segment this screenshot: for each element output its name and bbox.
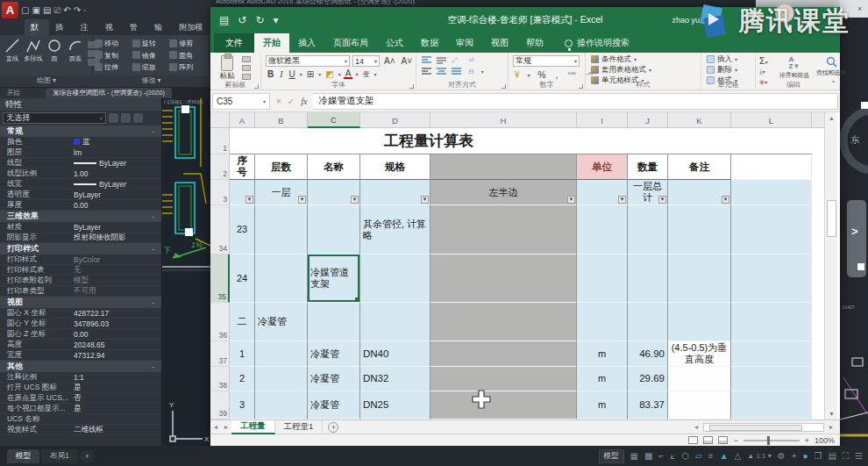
row-header-2[interactable]: 2 [210,154,230,180]
property-value[interactable]: 0.00 [74,201,161,210]
clipboard-icon[interactable]: ▤ [829,451,836,461]
column-header-C[interactable]: C [308,112,360,128]
sheet-prev-icon[interactable]: ◂ [210,423,221,431]
cell-C37[interactable]: 冷凝管 [308,341,360,367]
cell-L34[interactable] [731,205,812,255]
number-format-select[interactable]: 常规▾ [513,55,580,67]
qat-dropdown-icon[interactable]: ▾ [83,3,86,18]
cell-I34[interactable] [577,205,628,255]
cell-B2[interactable]: 层数 [255,154,308,180]
modify-tool-5[interactable]: 镜像 [132,51,170,61]
property-row[interactable]: 打印样式ByColor [0,255,161,265]
column-header-B[interactable]: B [255,112,308,128]
toggle-pickadd-icon[interactable] [109,113,118,123]
cut-icon[interactable] [242,56,251,62]
cell-K36[interactable] [668,303,731,341]
property-value[interactable]: ByLayer [74,223,161,232]
palette-section-1[interactable]: 常规- [0,125,161,137]
cell-H39[interactable] [430,391,577,419]
align-middle-icon[interactable] [437,56,446,64]
modify-tool-1[interactable]: 移动 [95,39,132,48]
search-hint[interactable]: 操作说明搜索 [565,37,630,53]
font-color-icon[interactable]: A [344,69,353,79]
cell-D37[interactable]: DN40 [360,341,430,367]
copy-icon[interactable] [242,65,251,71]
borders-icon[interactable]: ⊞ [305,69,316,79]
cell-B36[interactable]: 冷凝管 [255,303,308,341]
property-value[interactable]: 否 [74,393,161,404]
collapse-ribbon-icon[interactable]: ⌃ [830,80,836,88]
property-row[interactable]: 宽度47312.94 [0,350,161,361]
palette-section-2[interactable]: 三维效果- [0,211,161,222]
draw-tool-2[interactable]: 多段线 [23,38,44,63]
property-row[interactable]: 视觉样式二维线框 [0,425,161,435]
column-header-D[interactable]: D [360,112,430,128]
cell-L3[interactable] [731,180,812,205]
annotation-scale-icon[interactable]: ▲ 1:1 ▾ [747,452,772,460]
property-row[interactable]: 厚度0.00 [0,200,161,211]
cell-I38[interactable]: m [577,367,628,391]
property-value[interactable]: 1:1 [74,373,161,382]
select-objects-icon[interactable] [121,113,131,123]
column-header-J[interactable]: J [628,112,668,128]
cell-C3[interactable]: ▼ [308,180,360,205]
sheet-tab-1[interactable]: 工程量 [231,420,275,434]
cell-A36[interactable]: 二 [230,303,255,341]
property-value[interactable]: 0.00 [74,330,161,339]
fullscreen-icon[interactable]: ⛶ [843,451,849,462]
quick-select-icon[interactable] [133,113,143,123]
page-layout-view-icon[interactable] [703,436,713,444]
cell-H38[interactable] [430,367,577,391]
property-row[interactable]: 注释比例1:1 [0,372,161,383]
property-row[interactable]: 线宽ByLayer [0,179,161,190]
property-row[interactable]: 圆心 Y 坐标347896.03 [0,319,161,329]
property-row[interactable]: 圆心 Z 坐标0.00 [0,329,161,340]
property-value[interactable]: 蓝 [74,137,161,147]
filter-dropdown-icon[interactable]: ▼ [298,196,306,204]
underline-button[interactable]: U [288,69,297,79]
align-center-icon[interactable] [437,68,446,75]
cell-K39[interactable] [668,391,731,419]
font-size-select[interactable]: 14▾ [352,55,380,67]
dialog-launcher-icon[interactable] [409,84,414,89]
acad-tab-5[interactable]: 管理 [124,19,148,35]
cell-H36[interactable] [430,303,577,341]
cell-A3[interactable]: ▼ [230,180,255,205]
cell-C35[interactable]: 冷媒管道支架 [308,255,360,303]
file-tab-drawing[interactable]: 某综合楼空调图纸 - (空调更改) -(2020) [46,88,172,98]
column-header-I[interactable]: I [577,112,628,128]
filter-dropdown-icon[interactable]: ▼ [618,196,626,204]
scroll-down-icon[interactable]: ▼ [825,408,838,419]
new-file-icon[interactable]: ▢ [21,3,29,18]
scroll-up-icon[interactable]: ▲ [825,112,838,124]
collapse-icon[interactable]: - [152,298,154,307]
modify-tool-6[interactable]: 圆角 [169,51,207,61]
filter-dropdown-icon[interactable]: ▼ [351,196,359,204]
orientation-icon[interactable]: ⤢ [452,56,461,64]
cell-J36[interactable] [628,303,668,341]
find-select-button[interactable]: 查找和选择 [814,56,849,80]
row-header-3[interactable]: 3 [210,180,230,205]
property-row[interactable]: 高度20248.65 [0,340,161,350]
chevron-right-icon[interactable]: > [851,225,858,238]
autosum-icon[interactable]: Σ▾ [759,55,768,66]
wrap-text-icon[interactable]: ⏎ [466,56,476,64]
sheet-next-icon[interactable]: ▸ [221,423,231,431]
property-value[interactable]: 20248.65 [74,341,161,349]
modify-tool-7[interactable]: 拉伸 [95,62,132,72]
collapse-icon[interactable]: - [152,245,154,254]
cell-A2[interactable]: 序号 [230,154,255,180]
property-value[interactable]: ByLayer [74,159,161,168]
modify-tool-8[interactable]: 缩放 [132,62,170,72]
tab-文件[interactable]: 文件 [214,33,254,53]
filter-dropdown-icon[interactable]: ▼ [421,196,429,204]
redo-icon[interactable]: ↷ [74,3,81,18]
property-row[interactable]: 打开 UCS 图标是 [0,383,161,393]
property-row[interactable]: 线型ByLayer [0,158,161,168]
tab-页面布局[interactable]: 页面布局 [324,33,377,53]
column-header-A[interactable]: A [230,112,255,128]
menu-icon[interactable]: ☰ [855,451,863,461]
property-value[interactable]: 二维线框 [74,425,161,435]
dialog-launcher-icon[interactable] [502,84,506,89]
cell-H34[interactable] [430,205,577,255]
